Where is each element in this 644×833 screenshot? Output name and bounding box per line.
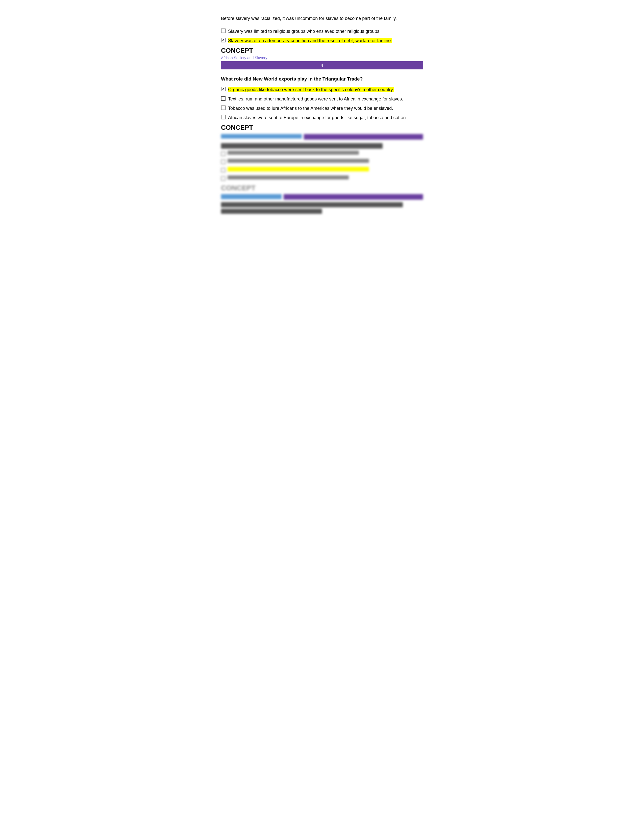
blurred-last-q-line2 (221, 209, 322, 214)
q-bullet-text-4: African slaves were sent to Europe in ex… (228, 114, 407, 121)
blurred-concept-label: CONCEPT (221, 184, 423, 192)
checkbox-2[interactable]: ✔ (221, 38, 225, 42)
blurred-blue-bar-1 (221, 134, 302, 138)
q-bullet-text-2: Textiles, rum and other manufactured goo… (228, 96, 403, 103)
intro-text: Before slavery was racialized, it was un… (221, 15, 423, 22)
concept-label-1: CONCEPT (221, 47, 423, 55)
blurred-yellow-line (227, 167, 369, 171)
list-item: ✔ Organic goods like tobacco were sent b… (221, 86, 423, 93)
question-text-1: What role did New World exports play in … (221, 76, 423, 83)
question-number-bar-1: 4 (221, 61, 423, 69)
blurred-last-q-line1 (221, 202, 403, 207)
q-bullet-text-3: Tobacco was used to lure Africans to the… (228, 105, 393, 112)
concept-section-1: CONCEPT African Society and Slavery 4 (221, 47, 423, 69)
list-item: African slaves were sent to Europe in ex… (221, 114, 423, 121)
concept-label-2: CONCEPT (221, 124, 423, 132)
checkbox-q3[interactable] (221, 106, 225, 110)
blurred-question-text (221, 143, 383, 149)
checkbox-q2[interactable] (221, 96, 225, 101)
concept-link-1[interactable]: African Society and Slavery (221, 56, 423, 60)
intro-section: Before slavery was racialized, it was un… (221, 15, 423, 22)
question-number-text: 4 (321, 63, 323, 68)
section1-bullet-list: Slavery was limited to religious groups … (221, 28, 423, 44)
list-item: Tobacco was used to lure Africans to the… (221, 105, 423, 112)
q-bullet-text-1: Organic goods like tobacco were sent bac… (228, 86, 394, 93)
checkbox-q4[interactable] (221, 115, 225, 119)
list-item: Slavery was limited to religious groups … (221, 28, 423, 35)
checkbox-q1[interactable]: ✔ (221, 87, 225, 92)
highlighted-text-2: Organic goods like tobacco were sent bac… (228, 87, 394, 92)
blurred-section: CONCEPT (221, 134, 423, 214)
highlighted-text-1: Slavery was often a temporary condition … (228, 38, 392, 43)
question1-bullet-list: ✔ Organic goods like tobacco were sent b… (221, 86, 423, 121)
list-item: Textiles, rum and other manufactured goo… (221, 96, 423, 103)
checkbox-1[interactable] (221, 29, 225, 33)
list-item: ✔ Slavery was often a temporary conditio… (221, 37, 423, 44)
bullet-text-2: Slavery was often a temporary condition … (228, 37, 392, 44)
bullet-text-1: Slavery was limited to religious groups … (228, 28, 381, 35)
